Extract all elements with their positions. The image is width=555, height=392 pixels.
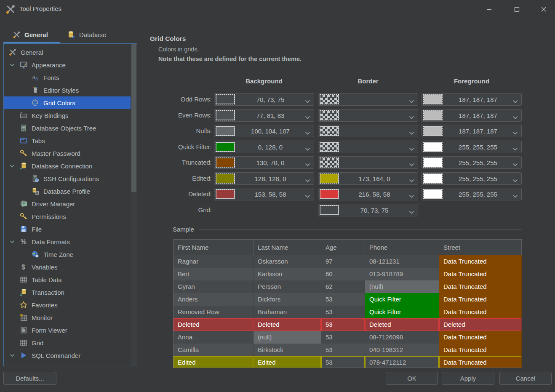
quick-filter-foreground-combo[interactable]: 255, 255, 255 [422,141,522,153]
fonts-icon: AA [32,74,39,81]
sidebar-item-form-viewer[interactable]: Form Viewer [4,324,131,336]
sidebar-item-driver-manager[interactable]: Driver Manager [4,197,131,210]
sidebar-item-monitor[interactable]: Monitor [4,311,131,324]
ok-button[interactable]: OK [386,372,438,385]
sidebar-item-transaction[interactable]: Transaction [4,286,131,299]
sidebar-item-ssh-configurations[interactable]: SSH Configurations [4,172,131,185]
even-rows-label: Even Rows: [143,109,212,122]
minimize-button[interactable] [482,3,496,15]
color-swatch [320,126,339,136]
chevron-down-icon[interactable] [9,163,16,169]
even-rows-border-combo[interactable] [318,109,418,122]
quick-filter-label: Quick Filter: [143,141,212,153]
sidebar-item-database-profile[interactable]: Database Profile [4,185,131,197]
sidebar-item-time-zone[interactable]: Time Zone [4,248,131,261]
sidebar-item-variables[interactable]: $Variables [4,261,131,273]
sidebar-item-data-formats[interactable]: %Data Formats [4,235,131,248]
quick-filter-border-combo[interactable] [318,141,418,153]
sidebar-item-grid-colors[interactable]: Grid Colors [4,96,131,109]
sidebar-item-label: Form Viewer [32,327,67,334]
chevron-down-icon [409,145,414,149]
color-value: 130, 70, 0 [235,159,314,166]
nulls-foreground-combo[interactable]: 187, 187, 187 [422,125,522,137]
deleted-border-combo[interactable]: 216, 58, 58 [318,188,418,200]
table-cell: Data Truncated [439,331,522,344]
nulls-background-combo[interactable]: 100, 104, 107 [214,125,314,137]
defaults-button[interactable]: Defaults... [3,372,56,385]
sidebar-item-database-connection[interactable]: Database Connection [4,160,131,172]
even-rows-foreground-combo[interactable]: 187, 187, 187 [422,109,522,122]
tree-scrollbar[interactable] [131,44,137,366]
section-title: Grid Colors [150,35,186,43]
cancel-button[interactable]: Cancel [499,372,552,385]
sidebar-item-label: General [21,49,43,56]
even-rows-background-combo[interactable]: 77, 81, 83 [214,109,314,122]
color-swatch [216,142,235,152]
settings-tree-panel: GeneralAppearanceAAFontsEditor StylesGri… [3,43,137,366]
section-divider [191,39,522,39]
sidebar-item-favorites[interactable]: Favorites [4,299,131,311]
chevron-down-icon[interactable] [9,352,16,359]
sidebar-item-table-data[interactable]: Table Data [4,273,131,286]
color-value: 187, 187, 187 [442,112,521,119]
sidebar-item-database-objects-tree[interactable]: Database Objects Tree [4,122,131,134]
chevron-down-icon[interactable] [9,61,16,68]
color-swatch [320,174,339,183]
sidebar-item-key-bindings[interactable]: Key Bindings [4,109,131,122]
tree-scrollbar-thumb[interactable] [131,44,136,192]
floppy-icon [20,225,27,233]
sidebar-item-appearance[interactable]: Appearance [4,59,131,71]
truncated-background-combo[interactable]: 130, 70, 0 [214,156,314,169]
edited-foreground-combo[interactable]: 255, 255, 255 [422,172,522,185]
table-row: AndersDickfors53Quick FilterData Truncat… [173,293,522,306]
deleted-background-combo[interactable]: 153, 58, 58 [214,188,314,200]
sidebar-item-fonts[interactable]: AAFonts [4,71,131,84]
chevron-down-icon [409,208,414,212]
table-row: CamillaBirkstock53040-198312Data Truncat… [173,344,522,356]
chevron-down-icon[interactable] [9,238,16,245]
database-connection-icon [20,162,27,170]
sidebar-item-tabs[interactable]: Tabs [4,134,131,147]
nulls-border-combo[interactable] [318,125,418,137]
odd-rows-foreground-combo[interactable]: 187, 187, 187 [422,93,522,106]
table-cell: 53 [321,293,365,306]
table-cell: Bert [173,268,253,280]
sidebar-item-label: Tabs [32,137,45,144]
grid-border-combo[interactable]: 70, 73, 75 [318,204,418,216]
maximize-button[interactable] [510,3,524,15]
sidebar-item-sql-commander[interactable]: SQL Commander [4,349,131,362]
sidebar-item-file[interactable]: File [4,223,131,235]
tab-general[interactable]: General [3,28,58,42]
close-button[interactable] [536,3,551,15]
grid-colors-section-header: Grid Colors [150,35,522,43]
chevron-down-icon [512,114,518,117]
edited-background-combo[interactable]: 128, 128, 0 [214,172,314,185]
sidebar-item-general[interactable]: General [4,46,131,59]
table-icon [20,276,27,283]
color-value: 0, 128, 0 [235,144,314,151]
quick-filter-background-combo[interactable]: 0, 128, 0 [214,141,314,153]
sidebar-item-master-password[interactable]: Master Password [4,147,131,160]
chevron-down-icon [305,145,310,149]
apply-button[interactable]: Apply [442,372,494,385]
odd-rows-background-combo[interactable]: 70, 73, 75 [214,93,314,106]
odd-rows-border-combo[interactable] [318,93,418,106]
sidebar-item-label: Key Bindings [32,112,69,119]
sample-column-last-name: Last Name [253,240,321,255]
color-swatch [424,126,442,136]
edited-border-combo[interactable]: 173, 164, 0 [318,172,418,185]
truncated-foreground-combo[interactable]: 255, 255, 255 [422,156,522,169]
sidebar-item-permissions[interactable]: Permissions [4,210,131,223]
deleted-foreground-combo[interactable]: 255, 255, 255 [422,188,522,200]
sidebar-item-grid[interactable]: Grid [4,336,131,349]
color-swatch [216,158,235,167]
column-header-foreground: Foreground [422,77,522,85]
sidebar-item-editor-styles[interactable]: Editor Styles [4,84,131,96]
table-cell: Data Truncated [439,306,522,318]
table-cell: Anna [173,331,253,344]
chevron-down-icon [409,114,414,117]
tab-bar: GeneralDatabase [3,28,116,42]
sample-column-age: Age [321,240,365,255]
tab-database[interactable]: Database [58,28,116,42]
truncated-border-combo[interactable] [318,156,418,169]
